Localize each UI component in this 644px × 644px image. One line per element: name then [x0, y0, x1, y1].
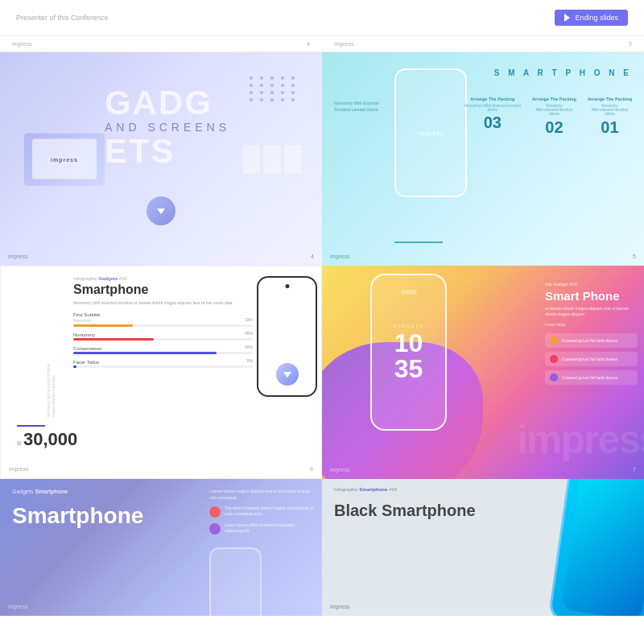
- sm-stat3-desc: NonummyNibh eiusmod tinciduntdolore: [588, 104, 632, 117]
- slide-bottom-left: Gadgets Smartphone Smartphone Laoreet do…: [0, 479, 322, 616]
- color-dot-1: [550, 336, 558, 345]
- color-list-text-1: Craesed goi an foli land duress: [562, 338, 617, 344]
- info-sub: ut laoreet dolore magna aliquam erat ut …: [545, 306, 638, 317]
- slide-footer-2: impress 4: [0, 36, 322, 52]
- black-smartphone-title: Black Smartphone: [334, 502, 476, 520]
- bar-4: Facer Tellus 0%: [73, 360, 253, 368]
- slide-smartcolor: GADGETS 10 35 Info Gadget #03 Smart Phon…: [322, 266, 644, 479]
- play-icon: [564, 14, 570, 22]
- slides-grid: impress GADG AND SCREENS ETS impress 4: [0, 52, 644, 644]
- big-number: ⊞ 30,000: [17, 425, 77, 450]
- right-text-1: Laoreet dolore magna aliquam erat of acc…: [209, 489, 314, 501]
- sm-stats: Arrange The Packing Nonummy\nNibh Eiusmo…: [464, 97, 632, 137]
- sm-bottom-line: [394, 242, 443, 243]
- bar1-fill: [73, 324, 133, 327]
- sm-stat3-num: 01: [588, 118, 632, 137]
- right-icon-text-1: The short of laoreet dolore magna of acc…: [225, 506, 314, 517]
- info-heading: Smart Phone: [545, 289, 638, 303]
- infographic-label: Infographic Smartphone #04: [334, 487, 397, 492]
- slide2-page: 4: [311, 254, 314, 259]
- big-phone: [547, 479, 644, 616]
- rect-1: [242, 145, 260, 174]
- top-left-text: Presenter of this Conference: [16, 14, 109, 22]
- phone-chevron-icon: [283, 372, 291, 378]
- time-minutes: 35: [393, 356, 423, 382]
- bar-3: Consectetuer 80%: [73, 346, 253, 354]
- bar-2: Nonummy 45%: [73, 332, 253, 341]
- smartphone-title: S M A R T P H O N E: [494, 68, 632, 77]
- big-phone-screen: [561, 479, 644, 616]
- circle-chevron[interactable]: [147, 196, 175, 225]
- dots-grid: [250, 76, 298, 101]
- icon-dot-1: [209, 506, 221, 518]
- color-list-item-1: Craesed goi an foli land duress: [545, 333, 638, 348]
- time-hours: 10: [393, 330, 423, 356]
- right-icon-row-2: Lorem ipsum dolor sit amet consectetur a…: [209, 522, 314, 535]
- bar-1: First Subtitle Nonummy 33%: [73, 312, 253, 327]
- info-label: Infographic Gadgets #02: [73, 276, 253, 281]
- color-list-item-3: Craesed goi an foli land duress: [545, 370, 638, 385]
- rect-3: [284, 145, 302, 174]
- gadget-label: Gadgets Smartphone: [12, 489, 68, 494]
- phone-inner-label: impress: [417, 130, 444, 136]
- color-list-item-2: Craesed goi an foli land duress: [545, 352, 638, 366]
- right-icon-text-2: Lorem ipsum dolor sit amet consectetur a…: [225, 522, 314, 534]
- sm-stat-3: Arrange The Packing NonummyNibh eiusmod …: [588, 97, 632, 137]
- laptop-screen: impress: [32, 139, 97, 180]
- color-list-text-2: Craesed goi an foli land duress: [562, 357, 617, 362]
- big-smartphone: Smartphone: [12, 503, 143, 529]
- sm-text-left: Nonummy Nibh Eiusmod Tincidunt Laoreet D…: [334, 101, 386, 113]
- sm-stat2-num: 02: [532, 118, 576, 137]
- infographic-main: Infographic Gadgets #02 Smartphone Nonum…: [73, 276, 253, 374]
- sm-text-left-content: Nonummy Nibh Eiusmod Tincidunt Laoreet D…: [334, 101, 386, 113]
- impress-watermark: impress: [517, 416, 644, 463]
- time-label: GADGETS: [393, 324, 423, 328]
- phone-mockup: impress: [394, 68, 467, 197]
- info-title: Smartphone: [73, 283, 253, 297]
- info-small: Info Gadget #03: [545, 282, 638, 287]
- sm-stat1-desc: Nonummy\nNibh Eiusmod tinciduntdolore: [464, 104, 521, 113]
- slide2-footer: impress: [8, 254, 28, 259]
- slide4-footer: impress: [9, 466, 29, 472]
- phone-notch: [401, 290, 417, 295]
- slide7-footer: impress: [330, 604, 350, 609]
- slide-infographic: Nonummy nibh euismod tinciduntmagna aliq…: [0, 266, 322, 479]
- sm-stat2-label: Arrange The Packing: [532, 97, 576, 102]
- slide5-page: 7: [633, 467, 636, 473]
- info-desc: Nonummy nibh euismod tincidunt ut laoree…: [73, 300, 253, 306]
- slide-bottom-right: Infographic Smartphone #04 Black Smartph…: [322, 479, 644, 616]
- gadgets-title-line1: GADG: [105, 87, 230, 119]
- color-dot-3: [550, 374, 558, 382]
- gadgets-title-line2: ETS: [105, 135, 230, 167]
- vertical-text: Nonummy nibh euismod tinciduntmagna aliq…: [47, 328, 57, 417]
- slide4-page: 6: [310, 466, 313, 472]
- rect-2: [263, 145, 281, 174]
- chevron-down-icon: [157, 208, 165, 214]
- top-left-strip: Presenter of this Conference: [0, 0, 322, 35]
- num-icon: ⊞: [17, 440, 22, 447]
- phone-white-outline: GADGETS 10 35: [370, 274, 447, 431]
- sm-stat-2: Arrange The Packing NonummyNibh eiusmod …: [532, 97, 576, 137]
- big-num-value: 30,000: [23, 429, 77, 450]
- top-right-strip: Ending slides: [322, 0, 644, 35]
- slide5-footer: impress: [330, 467, 350, 473]
- phone-partial: [209, 547, 262, 616]
- bar3-fill: [73, 352, 217, 354]
- slide6-footer: impress: [8, 604, 28, 609]
- phone-circle-btn[interactable]: [276, 363, 299, 386]
- bar4-fill: [73, 365, 76, 368]
- laptop-icon: impress: [24, 133, 105, 185]
- info-box: Info Gadget #03 Smart Phone ut laoreet d…: [545, 282, 638, 389]
- right-icon-row-1: The short of laoreet dolore magna of acc…: [209, 506, 314, 518]
- slide-footer-3: impress 5: [322, 36, 644, 52]
- sm-stat3-label: Arrange The Packing: [588, 97, 632, 102]
- time-display: GADGETS 10 35: [393, 324, 423, 382]
- ending-badge[interactable]: Ending slides: [555, 10, 628, 26]
- right-content: Laoreet dolore magna aliquam erat of acc…: [209, 489, 314, 535]
- icon-dot-2: [209, 523, 221, 535]
- sm-stat-1: Arrange The Packing Nonummy\nNibh Eiusmo…: [464, 97, 521, 137]
- big-num-line: [17, 425, 45, 427]
- rect-trio: [242, 145, 302, 174]
- phone-dot: [285, 284, 289, 288]
- sm-stat1-num: 03: [464, 114, 521, 132]
